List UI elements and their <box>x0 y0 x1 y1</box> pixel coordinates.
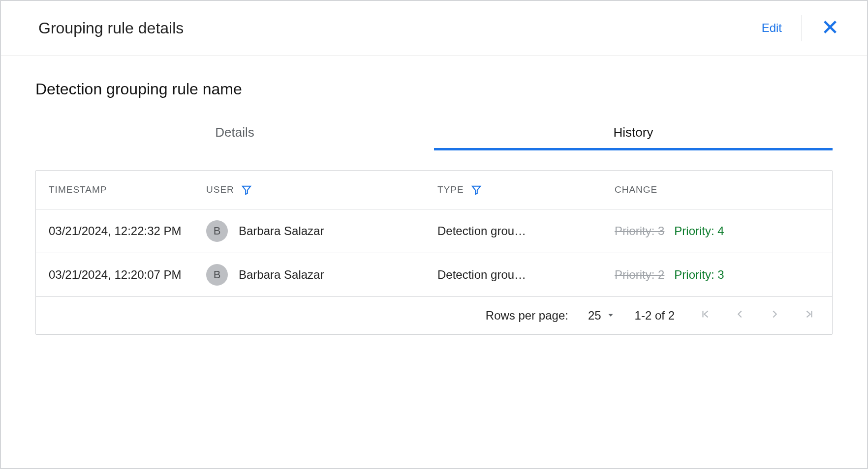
header-actions: Edit <box>762 15 838 41</box>
column-header-type[interactable]: TYPE <box>437 184 615 195</box>
avatar-initial: B <box>214 225 221 237</box>
last-page-icon <box>804 309 814 322</box>
first-page-button[interactable] <box>700 309 711 322</box>
cell-change: Priority: 3 Priority: 4 <box>615 224 819 238</box>
column-header-label: USER <box>206 184 234 195</box>
pager-group <box>700 309 814 322</box>
first-page-icon <box>700 309 711 322</box>
column-header-timestamp[interactable]: TIMESTAMP <box>49 184 206 195</box>
avatar-initial: B <box>214 268 221 281</box>
dialog-title: Grouping rule details <box>38 19 184 37</box>
header-divider <box>802 15 802 41</box>
table-header-row: TIMESTAMP USER TYPE CHANGE <box>36 171 832 209</box>
cell-user: B Barbara Salazar <box>206 264 437 286</box>
header-bar: Grouping rule details Edit <box>1 1 867 56</box>
page-title: Detection grouping rule name <box>35 80 833 98</box>
chevron-right-icon <box>769 309 780 322</box>
column-header-label: TYPE <box>437 184 464 195</box>
change-new-value: Priority: 4 <box>674 224 724 238</box>
filter-icon[interactable] <box>471 184 482 195</box>
dialog-window: Grouping rule details Edit Detection gro… <box>0 0 868 469</box>
tabs: Details History <box>35 117 833 150</box>
dialog-body: Detection grouping rule name Details His… <box>1 56 867 468</box>
column-header-label: CHANGE <box>615 184 657 195</box>
cell-user: B Barbara Salazar <box>206 220 437 242</box>
svg-marker-2 <box>243 186 251 195</box>
tab-details[interactable]: Details <box>35 117 434 150</box>
table-footer: Rows per page: 25 1-2 of 2 <box>36 297 832 334</box>
svg-marker-3 <box>472 186 480 195</box>
rows-per-page-value: 25 <box>588 309 601 322</box>
avatar: B <box>206 264 228 286</box>
rows-per-page-label: Rows per page: <box>486 309 568 322</box>
table-row: 03/21/2024, 12:22:32 PM B Barbara Salaza… <box>36 209 832 253</box>
rows-per-page-select[interactable]: 25 <box>588 309 615 322</box>
cell-timestamp: 03/21/2024, 12:20:07 PM <box>49 268 206 282</box>
column-header-user[interactable]: USER <box>206 184 437 195</box>
user-name: Barbara Salazar <box>239 224 324 238</box>
cell-change: Priority: 2 Priority: 3 <box>615 268 819 282</box>
next-page-button[interactable] <box>769 309 780 322</box>
pagination-range: 1-2 of 2 <box>635 309 675 322</box>
tab-label: Details <box>215 125 254 140</box>
cell-type: Detection grou… <box>437 268 615 282</box>
tab-history[interactable]: History <box>434 117 833 150</box>
close-button[interactable] <box>822 19 838 38</box>
history-table: TIMESTAMP USER TYPE CHANGE <box>35 170 833 335</box>
cell-timestamp: 03/21/2024, 12:22:32 PM <box>49 224 206 238</box>
caret-down-icon <box>606 309 615 322</box>
prev-page-button[interactable] <box>735 309 745 322</box>
column-header-label: TIMESTAMP <box>49 184 107 195</box>
change-old-value: Priority: 3 <box>615 224 664 238</box>
filter-icon[interactable] <box>241 184 252 195</box>
close-icon <box>822 19 838 38</box>
chevron-left-icon <box>735 309 745 322</box>
tab-label: History <box>614 125 653 140</box>
column-header-change[interactable]: CHANGE <box>615 184 819 195</box>
edit-button[interactable]: Edit <box>762 21 782 35</box>
cell-type: Detection grou… <box>437 224 615 238</box>
svg-marker-4 <box>608 314 613 317</box>
change-old-value: Priority: 2 <box>615 268 664 282</box>
last-page-button[interactable] <box>804 309 814 322</box>
avatar: B <box>206 220 228 242</box>
user-name: Barbara Salazar <box>239 268 324 282</box>
change-new-value: Priority: 3 <box>674 268 724 282</box>
table-row: 03/21/2024, 12:20:07 PM B Barbara Salaza… <box>36 253 832 297</box>
